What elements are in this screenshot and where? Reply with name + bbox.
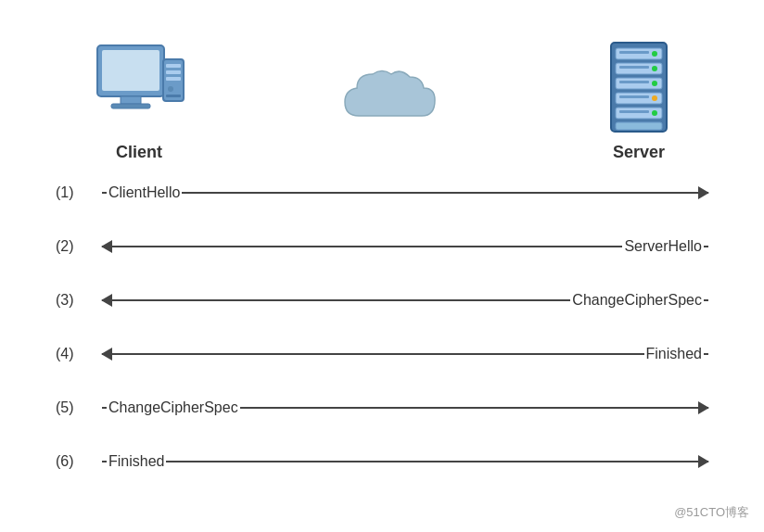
cloud-icon (340, 60, 452, 134)
msg-label-5: ChangeCipherSpec (107, 399, 240, 416)
server-label: Server (613, 143, 665, 162)
svg-rect-1 (102, 50, 159, 91)
step-4: (4) (56, 346, 93, 362)
svg-rect-24 (619, 81, 649, 83)
server-icon (606, 41, 671, 133)
svg-rect-7 (166, 77, 181, 81)
arrow-1: ClientHello (102, 176, 708, 209)
msg-label-3: ChangeCipherSpec (570, 292, 704, 309)
step-2: (2) (56, 238, 93, 255)
step-3: (3) (56, 292, 93, 309)
step-5: (5) (56, 399, 93, 416)
svg-rect-2 (121, 96, 141, 104)
arrow-4: Finished (102, 337, 708, 371)
icons-row: Client (0, 0, 764, 162)
svg-point-21 (652, 110, 657, 116)
cloud-group (340, 60, 452, 134)
message-row-2: (2) ServerHello (56, 230, 708, 263)
message-row-4: (4) Finished (56, 337, 708, 371)
step-6: (6) (56, 453, 93, 470)
line-2 (102, 246, 708, 247)
arrowhead-5 (698, 401, 709, 414)
server-group: Server (606, 41, 671, 162)
arrowhead-2 (101, 240, 112, 253)
diagram-container: Client (0, 0, 764, 532)
svg-rect-9 (166, 95, 181, 97)
msg-label-6: Finished (107, 453, 166, 470)
svg-point-18 (652, 66, 657, 71)
svg-point-17 (652, 51, 657, 57)
arrowhead-1 (698, 186, 709, 199)
svg-rect-25 (619, 95, 649, 98)
step-1: (1) (56, 184, 93, 201)
svg-rect-5 (166, 64, 181, 68)
arrow-6: Finished (102, 445, 708, 478)
messages-area: (1) ClientHello (2) ServerHello (3) Chan… (56, 176, 708, 499)
msg-label-4: Finished (644, 346, 704, 362)
svg-rect-3 (111, 104, 150, 108)
arrowhead-6 (698, 455, 709, 468)
arrowhead-3 (101, 294, 112, 307)
arrow-2: ServerHello (102, 230, 708, 263)
msg-label-1: ClientHello (107, 184, 182, 201)
client-label: Client (116, 143, 162, 162)
message-row-5: (5) ChangeCipherSpec (56, 391, 708, 424)
client-icon (93, 41, 185, 133)
arrowhead-4 (101, 348, 112, 361)
line-4 (102, 353, 708, 355)
client-group: Client (93, 41, 185, 162)
line-6 (102, 461, 708, 462)
svg-point-19 (652, 81, 657, 86)
svg-rect-22 (619, 51, 649, 54)
msg-label-2: ServerHello (622, 238, 704, 255)
message-row-3: (3) ChangeCipherSpec (56, 284, 708, 317)
arrow-3: ChangeCipherSpec (102, 284, 708, 317)
message-row-1: (1) ClientHello (56, 176, 708, 209)
svg-rect-16 (616, 122, 662, 130)
svg-point-8 (168, 86, 173, 92)
svg-rect-23 (619, 66, 649, 69)
svg-rect-26 (619, 110, 649, 113)
svg-point-20 (652, 95, 657, 101)
watermark: @51CTO博客 (674, 504, 749, 521)
svg-rect-6 (166, 70, 181, 74)
line-1 (102, 192, 708, 194)
arrow-5: ChangeCipherSpec (102, 391, 708, 424)
message-row-6: (6) Finished (56, 445, 708, 478)
